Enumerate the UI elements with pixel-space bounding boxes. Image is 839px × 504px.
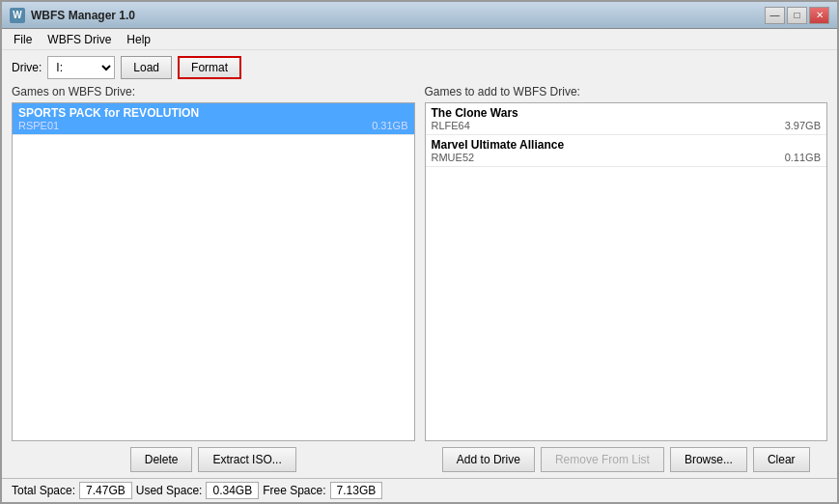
title-bar: W WBFS Manager 1.0 — □ ✕ [2, 2, 837, 29]
item-code: RSPE01 [18, 120, 59, 131]
right-panel-label: Games to add to WBFS Drive: [425, 85, 828, 98]
add-games-list[interactable]: The Clone Wars RLFE64 3.97GB Marvel Ulti… [425, 102, 828, 441]
menu-wbfs-drive[interactable]: WBFS Drive [40, 31, 119, 48]
remove-from-list-button[interactable]: Remove From List [541, 447, 664, 472]
right-panel: Games to add to WBFS Drive: The Clone Wa… [425, 85, 828, 478]
add-to-drive-button[interactable]: Add to Drive [442, 447, 535, 472]
item-title: SPORTS PACK for REVOLUTION [18, 106, 408, 120]
browse-button[interactable]: Browse... [670, 447, 747, 472]
item-title: The Clone Wars [432, 106, 822, 120]
total-space-label: Total Space: [12, 484, 75, 497]
left-panel-label: Games on WBFS Drive: [12, 85, 415, 98]
item-size: 3.97GB [785, 120, 821, 131]
item-row: RLFE64 3.97GB [432, 120, 822, 131]
left-panel: Games on WBFS Drive: SPORTS PACK for REV… [12, 85, 415, 478]
format-button[interactable]: Format [178, 56, 241, 79]
item-code: RMUE52 [432, 152, 475, 163]
maximize-button[interactable]: □ [787, 7, 807, 24]
total-space-value: 7.47GB [79, 482, 132, 499]
menu-file[interactable]: File [6, 31, 40, 48]
minimize-button[interactable]: — [765, 7, 785, 24]
item-title: Marvel Ultimate Alliance [432, 138, 822, 152]
item-size: 0.11GB [785, 152, 821, 163]
item-row: RSPE01 0.31GB [18, 120, 408, 131]
item-code: RLFE64 [432, 120, 470, 131]
load-button[interactable]: Load [121, 56, 172, 79]
list-item[interactable]: The Clone Wars RLFE64 3.97GB [426, 103, 827, 135]
menu-bar: File WBFS Drive Help [2, 29, 837, 50]
wbfs-games-list[interactable]: SPORTS PACK for REVOLUTION RSPE01 0.31GB [12, 102, 415, 441]
right-action-row: Add to Drive Remove From List Browse... … [425, 441, 828, 478]
status-bar: Total Space: 7.47GB Used Space: 0.34GB F… [2, 478, 837, 502]
left-action-row: Delete Extract ISO... [12, 441, 415, 478]
toolbar: Drive: I: Load Format [2, 50, 837, 85]
delete-button[interactable]: Delete [130, 447, 193, 472]
app-icon: W [10, 8, 25, 23]
close-button[interactable]: ✕ [809, 7, 829, 24]
item-size: 0.31GB [372, 120, 407, 131]
list-item[interactable]: Marvel Ultimate Alliance RMUE52 0.11GB [426, 135, 827, 167]
extract-iso-button[interactable]: Extract ISO... [198, 447, 295, 472]
drive-label: Drive: [12, 61, 42, 74]
used-space-value: 0.34GB [206, 482, 259, 499]
title-bar-left: W WBFS Manager 1.0 [10, 8, 135, 23]
menu-help[interactable]: Help [119, 31, 158, 48]
used-space-label: Used Space: [136, 484, 203, 497]
free-space-value: 7.13GB [330, 482, 383, 499]
drive-select[interactable]: I: [47, 56, 115, 79]
main-content: Games on WBFS Drive: SPORTS PACK for REV… [2, 85, 837, 478]
item-row: RMUE52 0.11GB [432, 152, 822, 163]
list-item[interactable]: SPORTS PACK for REVOLUTION RSPE01 0.31GB [13, 103, 414, 135]
clear-button[interactable]: Clear [753, 447, 810, 472]
free-space-label: Free Space: [263, 484, 325, 497]
main-window: W WBFS Manager 1.0 — □ ✕ File WBFS Drive… [0, 0, 839, 504]
window-title: WBFS Manager 1.0 [31, 9, 135, 22]
title-buttons: — □ ✕ [765, 7, 829, 24]
